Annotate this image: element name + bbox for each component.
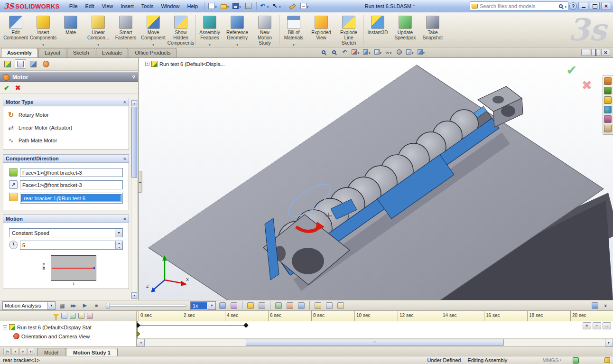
results-plots-button[interactable] (313, 301, 323, 310)
timeline-zoom-in-icon[interactable] (583, 322, 591, 329)
take-snapshot-button[interactable]: Take Snapshot (419, 13, 446, 47)
timeline-rows[interactable] (137, 321, 613, 338)
panel-splitter-handle[interactable] (139, 171, 142, 193)
contact-button[interactable] (285, 301, 295, 310)
play-from-start-button[interactable] (69, 301, 78, 310)
spring-button[interactable] (257, 301, 267, 310)
scroll-up-icon[interactable] (131, 100, 137, 106)
animation-wizard-button[interactable] (229, 301, 239, 310)
menu-file[interactable]: File (65, 1, 82, 11)
tab-sketch[interactable]: Sketch (67, 48, 95, 57)
open-button[interactable] (219, 1, 231, 11)
reference-geometry-button[interactable]: Reference Geometry (223, 13, 251, 47)
viewport-canvas[interactable]: X Z (139, 58, 613, 300)
scroll-left-icon[interactable] (137, 339, 145, 346)
view-orientation-button[interactable] (362, 48, 372, 56)
play-button[interactable] (80, 301, 90, 310)
scrollbar-thumb[interactable] (246, 339, 503, 346)
undo-button[interactable] (259, 1, 270, 11)
save-animation-button[interactable] (218, 301, 227, 310)
menu-edit[interactable]: Edit (82, 1, 98, 11)
mate-button[interactable]: Mate (57, 13, 84, 47)
tab-evaluate[interactable]: Evaluate (96, 48, 129, 57)
graphics-viewport[interactable]: X Z Run test 6 (Default<Displa... (139, 58, 613, 300)
next-tab-button[interactable] (19, 348, 27, 355)
display-style-button[interactable] (373, 48, 383, 56)
previous-view-button[interactable] (340, 48, 349, 56)
select-button[interactable] (271, 1, 282, 11)
new-motion-study-button[interactable]: New Motion Study (251, 13, 279, 47)
linear-component-pattern-button[interactable]: Linear Compon... (84, 13, 112, 47)
playback-speed-combo[interactable]: 1x (190, 301, 216, 310)
filter-funnel-icon[interactable] (53, 314, 59, 318)
tree-expand-icon[interactable] (145, 62, 149, 66)
close-button[interactable] (601, 2, 611, 10)
featuremanager-tree-tab[interactable] (2, 59, 13, 69)
help-button[interactable] (569, 2, 577, 10)
path-mate-motor-option[interactable]: Path Mate Motor (5, 134, 127, 147)
minimize-button[interactable] (578, 2, 588, 10)
ok-check-button[interactable] (4, 84, 9, 92)
speed-input[interactable] (20, 241, 115, 249)
scrollbar-thumb[interactable] (131, 107, 137, 178)
property-manager-help-button[interactable]: ? (132, 75, 135, 80)
scroll-right-icon[interactable] (605, 339, 613, 346)
instant3d-button[interactable]: Instant3D (364, 13, 391, 47)
annotations-button[interactable] (299, 1, 310, 11)
exploded-view-button[interactable]: Exploded View (307, 13, 335, 47)
previous-tab-button[interactable] (11, 348, 19, 355)
edit-component-button[interactable]: Edit Component (2, 13, 29, 47)
motor-location-field[interactable]: Face<1>@front bracket-3 (20, 168, 123, 177)
displaymanager-tab[interactable] (40, 59, 52, 69)
combo-dropdown-icon[interactable] (47, 302, 55, 309)
timebar-slider[interactable] (105, 302, 186, 309)
search-input[interactable] (480, 3, 557, 9)
timeline-zoom-fit-icon[interactable] (603, 322, 611, 329)
configurationmanager-tab[interactable] (28, 59, 39, 69)
measure-button[interactable] (288, 1, 298, 11)
tab-office-products[interactable]: Office Products (129, 48, 176, 57)
slider-thumb[interactable] (106, 303, 110, 308)
menu-tools[interactable]: Tools (138, 1, 158, 11)
assembly-features-button[interactable]: Assembly Features (196, 13, 223, 47)
tab-motion-study-1[interactable]: Motion Study 1 (66, 348, 118, 356)
menu-view[interactable]: View (98, 1, 117, 11)
component-list[interactable]: rear bracket-1@Run test 6 (20, 193, 123, 204)
view-palette-icon[interactable] (604, 106, 612, 113)
tree-collapse-icon[interactable] (3, 325, 7, 329)
study-type-combo[interactable]: Motion Analysis (2, 301, 56, 310)
edit-appearance-button[interactable] (395, 48, 403, 56)
show-hidden-components-button[interactable]: Show Hidden Components (167, 13, 195, 47)
motion-type-combo[interactable]: Constant Speed (9, 228, 123, 237)
insert-components-button[interactable]: Insert Components (29, 13, 57, 47)
document-restore-button[interactable] (591, 49, 600, 56)
motion-header[interactable]: Motion (3, 215, 129, 223)
search-folder-icon[interactable] (472, 4, 478, 9)
explode-line-sketch-button[interactable]: Explode Line Sketch (335, 13, 362, 47)
restore-button[interactable] (590, 2, 600, 10)
filter-results-icon[interactable] (87, 313, 93, 319)
menu-insert[interactable]: Insert (117, 1, 138, 11)
custom-properties-icon[interactable] (604, 125, 612, 132)
scrollbar-track[interactable] (145, 339, 605, 346)
document-close-button[interactable] (601, 49, 610, 56)
expand-motionmanager-button[interactable] (590, 301, 600, 310)
apply-scene-button[interactable] (405, 48, 415, 56)
tab-layout[interactable]: Layout (38, 48, 66, 57)
solidworks-resources-icon[interactable] (604, 77, 612, 85)
file-explorer-icon[interactable] (604, 96, 612, 104)
new-document-button[interactable] (207, 1, 218, 11)
panel-scrollbar[interactable] (131, 100, 138, 299)
document-minimize-button[interactable] (581, 49, 590, 56)
confirm-ok-button[interactable] (566, 63, 577, 78)
search-icon[interactable] (559, 4, 563, 8)
timeline-zoom-out-icon[interactable] (593, 322, 601, 329)
component-direction-header[interactable]: Component/Direction (3, 154, 129, 163)
zoom-to-fit-button[interactable] (319, 48, 328, 56)
filter-driving-icon[interactable] (70, 313, 76, 319)
tab-assembly[interactable]: Assembly (1, 48, 38, 57)
gravity-button[interactable] (297, 301, 306, 310)
filter-selected-icon[interactable] (78, 313, 84, 319)
hide-show-items-button[interactable] (384, 48, 393, 56)
keyframe-diamond[interactable] (137, 323, 140, 328)
